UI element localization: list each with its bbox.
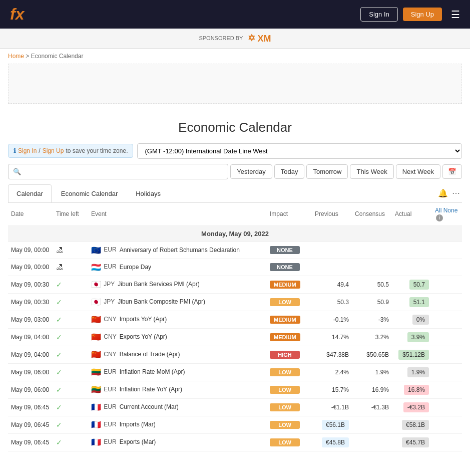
cell-actual xyxy=(392,242,432,259)
cell-time-left: ✓ xyxy=(53,311,88,328)
cell-impact: MEDIUM xyxy=(267,276,312,293)
cell-actual: 0% xyxy=(392,311,432,328)
table-row: May 09, 06:00✓🇱🇹 EURInflation Rate MoM (… xyxy=(8,363,462,381)
previous-value: €56.1B xyxy=(322,420,349,430)
actual-value: 50.7 xyxy=(409,280,429,290)
all-none-link[interactable]: All None xyxy=(435,207,457,214)
actual-value: 0% xyxy=(412,315,429,325)
event-name: Inflation Rate YoY (Apr) xyxy=(120,386,182,393)
cell-event: 🇪🇺 EURAnniversary of Robert Schumans Dec… xyxy=(88,242,267,259)
cell-impact: LOW xyxy=(267,363,312,381)
table-row: May 09, 06:00✓🇱🇹 EURInflation Rate YoY (… xyxy=(8,381,462,398)
more-button[interactable]: ⋯ xyxy=(452,188,460,198)
search-input[interactable] xyxy=(8,164,228,179)
cell-impact: LOW xyxy=(267,416,312,433)
impact-badge: MEDIUM xyxy=(270,281,300,289)
timezone-select[interactable]: (GMT -12:00) International Date Line Wes… xyxy=(137,143,462,159)
bell-button[interactable]: 🔔 xyxy=(438,188,448,198)
breadcrumb-home[interactable]: Home xyxy=(8,53,24,60)
event-name: Inflation Rate MoM (Apr) xyxy=(120,368,185,375)
tab-calendar[interactable]: Calendar xyxy=(8,184,52,202)
cell-all-none xyxy=(432,381,462,398)
table-row: May 09, 06:45✓🇫🇷 EURExports (Mar)LOW€45.… xyxy=(8,433,462,451)
table-row: May 09, 00:00🏖🇪🇺 EURAnniversary of Rober… xyxy=(8,242,462,259)
cell-previous: 50.3 xyxy=(312,293,352,311)
tomorrow-button[interactable]: Tomorrow xyxy=(306,164,348,179)
signup-tz-link[interactable]: Sign Up xyxy=(43,147,64,154)
today-button[interactable]: Today xyxy=(274,164,305,179)
yesterday-button[interactable]: Yesterday xyxy=(230,164,272,179)
cell-consensus: 50.5 xyxy=(352,276,392,293)
cell-actual xyxy=(392,259,432,276)
flag-icon: 🇯🇵 xyxy=(91,298,101,306)
event-name: Imports YoY (Apr) xyxy=(120,316,167,323)
hamburger-icon[interactable]: ☰ xyxy=(451,9,460,21)
cell-consensus: -3% xyxy=(352,311,392,328)
search-wrap: 🔍 xyxy=(8,164,228,179)
cell-time-left: ✓ xyxy=(53,276,88,293)
cell-all-none xyxy=(432,433,462,451)
cell-time-left: ✓ xyxy=(53,416,88,433)
cell-all-none xyxy=(432,328,462,346)
next-week-button[interactable]: Next Week xyxy=(396,164,440,179)
cell-all-none xyxy=(432,363,462,381)
actual-value: €45.7B xyxy=(402,437,429,447)
impact-badge: NONE xyxy=(270,246,300,254)
cell-actual: 51.1 xyxy=(392,293,432,311)
currency-label: EUR xyxy=(104,246,116,253)
event-name: Europe Day xyxy=(120,263,151,270)
cell-all-none xyxy=(432,398,462,416)
page-title: Economic Calendar xyxy=(8,110,462,143)
th-consensus: Consensus xyxy=(352,203,392,226)
currency-label: JPY xyxy=(104,281,115,288)
cell-date: May 09, 00:00 xyxy=(8,242,53,259)
tabs-row: Calendar Economic Calendar Holidays 🔔 ⋯ xyxy=(8,184,462,203)
cell-date: May 09, 06:45 xyxy=(8,433,53,451)
signin-tz-link[interactable]: Sign In xyxy=(18,147,37,154)
cell-impact: LOW xyxy=(267,293,312,311)
cell-event: 🇨🇳 CNYExports YoY (Apr) xyxy=(88,328,267,346)
flag-icon: 🇪🇺 xyxy=(91,246,101,255)
currency-label: EUR xyxy=(104,368,116,375)
cell-consensus: $50.65B xyxy=(352,346,392,363)
ad-placeholder xyxy=(8,64,462,104)
cell-date: May 09, 03:00 xyxy=(8,311,53,328)
cell-date: May 09, 00:00 xyxy=(8,259,53,276)
search-icon: 🔍 xyxy=(13,168,21,175)
cell-actual: 50.7 xyxy=(392,276,432,293)
cell-date: May 09, 04:00 xyxy=(8,346,53,363)
table-row: May 09, 06:45✓🇫🇷 EURImports (Mar)LOW€56.… xyxy=(8,416,462,433)
cell-actual: €45.7B xyxy=(392,433,432,451)
check-icon: ✓ xyxy=(56,316,62,324)
flag-icon: 🇫🇷 xyxy=(91,403,101,411)
calendar-picker-button[interactable]: 📅 xyxy=(442,164,462,179)
flag-icon: 🇱🇺 xyxy=(91,263,101,272)
impact-badge: LOW xyxy=(270,368,300,376)
cell-date: May 09, 06:00 xyxy=(8,363,53,381)
cell-time-left: ✓ xyxy=(53,398,88,416)
cell-consensus xyxy=(352,259,392,276)
tab-holidays[interactable]: Holidays xyxy=(127,184,169,202)
cell-all-none xyxy=(432,311,462,328)
this-week-button[interactable]: This Week xyxy=(350,164,393,179)
breadcrumb: Home > Economic Calendar xyxy=(0,49,470,64)
event-name: Exports (Mar) xyxy=(120,438,156,445)
tab-economic-calendar[interactable]: Economic Calendar xyxy=(53,184,126,202)
tab-actions: 🔔 ⋯ xyxy=(438,188,462,198)
cell-event: 🇫🇷 EURImports (Mar) xyxy=(88,416,267,433)
table-row: May 09, 00:00🏖🇱🇺 EUREurope DayNONE xyxy=(8,259,462,276)
event-name: Jibun Bank Services PMI (Apr) xyxy=(118,281,199,288)
event-name: Exports YoY (Apr) xyxy=(120,333,167,340)
signin-button[interactable]: Sign In xyxy=(360,7,397,22)
cell-previous: €45.8B xyxy=(312,433,352,451)
cell-consensus xyxy=(352,416,392,433)
table-row: May 09, 04:00✓🇨🇳 CNYExports YoY (Apr)MED… xyxy=(8,328,462,346)
check-icon: ✓ xyxy=(56,421,62,429)
cell-impact: NONE xyxy=(267,259,312,276)
th-previous: Previous xyxy=(312,203,352,226)
check-icon: ✓ xyxy=(56,281,62,289)
cell-consensus: 50.9 xyxy=(352,293,392,311)
cell-previous: 14.7% xyxy=(312,328,352,346)
sponsor-prefix: SPONSORED BY xyxy=(199,35,243,41)
signup-button[interactable]: Sign Up xyxy=(403,8,442,21)
